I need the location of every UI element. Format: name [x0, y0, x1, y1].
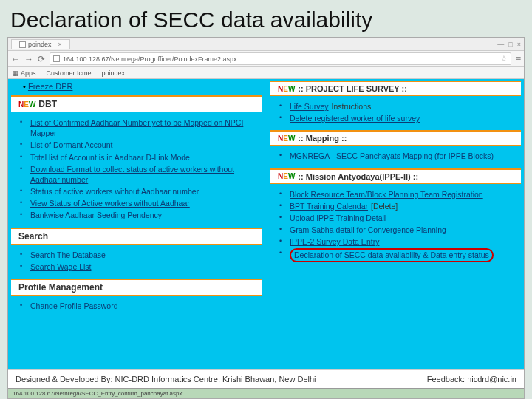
new-badge: NEW	[18, 100, 35, 109]
maximize-icon[interactable]: □	[508, 41, 512, 48]
menu-icon[interactable]: ≡	[516, 54, 521, 64]
section-header: Profile Management	[11, 279, 262, 296]
list-item: Block Resource Team/Block Planning Team …	[282, 188, 519, 200]
site-icon	[53, 55, 60, 62]
list-item: IPPE-2 Survey Data Entry	[282, 236, 519, 248]
list-item: Total list of Account is in Aadhaar D-Li…	[23, 151, 260, 163]
apps-shortcut[interactable]: ▦ Apps	[13, 69, 36, 77]
link-block: List of Confirmed Aadhaar Number yet to …	[8, 114, 265, 226]
list-item: Upload IPPE Training Detail	[282, 212, 519, 224]
section-title: :: Mission Antyodaya(IPPE-II) ::	[298, 172, 418, 181]
text: Total list of Account is in Aadhaar D-Li…	[30, 153, 190, 162]
list-item: Declaration of SECC data availability & …	[282, 248, 519, 262]
status-text: 164.100.128.67/Netnrega/SECC_Entry_confi…	[13, 390, 182, 397]
page-title: Declaration of SECC data availability	[0, 0, 532, 37]
address-bar[interactable]: ☆	[50, 52, 511, 65]
section-title: DBT	[38, 99, 57, 109]
text: Bankwise Aadhaar Seeding Pendency	[30, 211, 162, 219]
link[interactable]: BPT Training Calendar	[290, 202, 368, 211]
bookmark-item[interactable]: Customer Icme	[47, 69, 92, 77]
page-icon	[19, 41, 26, 48]
bookmarks-bar: ▦ Apps Customer Icme poindex	[8, 67, 524, 79]
extra-text: Instructions	[332, 102, 372, 111]
link[interactable]: Declaration of SECC data availability & …	[294, 250, 489, 259]
list-item: List of Dormant Account	[23, 139, 260, 151]
link-block: Block Resource Team/Block Planning Team …	[267, 185, 524, 267]
text: Change Profile Password	[30, 301, 117, 310]
forward-icon[interactable]: →	[24, 54, 33, 64]
highlighted-link[interactable]: Declaration of SECC data availability & …	[290, 248, 494, 262]
list-item: Status of active workers without Aadhaar…	[23, 185, 260, 197]
section-header: NEW:: PROJECT LIFE SURVEY ::	[270, 81, 521, 96]
list-item: Life SurveyInstructions	[282, 100, 519, 112]
browser-tab[interactable]: poindex ×	[11, 39, 70, 49]
list-item: View Status of Active workers without Aa…	[23, 197, 260, 209]
minimize-icon[interactable]: —	[497, 41, 504, 48]
reload-icon[interactable]: ⟳	[38, 54, 45, 64]
toolbar: ← → ⟳ ☆ ≡	[8, 51, 524, 67]
link[interactable]: Delete registered worker of life survey	[290, 114, 420, 123]
list-item: Delete registered worker of life survey	[282, 112, 519, 124]
close-window-icon[interactable]: ×	[517, 41, 521, 48]
new-badge: NEW	[278, 85, 295, 93]
link[interactable]: IPPE-2 Survey Data Entry	[290, 237, 379, 246]
link[interactable]: MGNREGA - SECC Panchayats Mapping (for I…	[290, 151, 494, 160]
link[interactable]: List of Confirmed Aadhaar Number yet to …	[30, 118, 243, 137]
list-item: Change Profile Password	[23, 300, 260, 312]
list-item: BPT Training Calendar[Delete]	[282, 200, 519, 212]
browser-window: poindex × — □ × ← → ⟳ ☆ ≡ ▦ Apps Custome…	[7, 37, 525, 399]
section-header: NEW:: Mapping ::	[270, 130, 521, 146]
list-item: Search Wage List	[23, 261, 260, 273]
section-title: :: PROJECT LIFE SURVEY ::	[298, 84, 407, 93]
page-footer: Designed & Developed By: NIC-DRD Informa…	[8, 369, 524, 388]
tab-label: poindex	[28, 41, 52, 48]
link-block: Change Profile Password	[8, 297, 265, 316]
list-item: Download Format to collect status of act…	[23, 163, 260, 185]
new-badge: NEW	[278, 172, 295, 180]
link[interactable]: List of Dormant Account	[30, 140, 112, 149]
section-header: Search	[11, 228, 262, 245]
link-block: Search The DatabaseSearch Wage List	[8, 246, 265, 277]
left-column: • Freeze DPR NEWDBTList of Confirmed Aad…	[8, 79, 265, 369]
freeze-dpr-link[interactable]: Freeze DPR	[28, 82, 73, 91]
bookmark-icon[interactable]: ☆	[500, 54, 508, 64]
right-column: NEW:: PROJECT LIFE SURVEY ::Life SurveyI…	[267, 79, 524, 369]
text: Status of active workers without Aadhaar…	[30, 187, 199, 196]
footer-feedback: Feedback: nicdrd@nic.in	[427, 375, 516, 383]
text: Gram Sabha detail for Convergence Planni…	[290, 225, 446, 234]
close-icon[interactable]: ×	[58, 41, 62, 48]
freeze-dpr-row: • Freeze DPR	[8, 79, 265, 94]
list-item: MGNREGA - SECC Panchayats Mapping (for I…	[282, 150, 519, 162]
link[interactable]: Life Survey	[290, 102, 329, 111]
link[interactable]: Block Resource Team/Block Planning Team …	[290, 190, 483, 199]
bookmark-item[interactable]: poindex	[102, 69, 126, 77]
list-item: Search The Database	[23, 249, 260, 261]
extra-text: [Delete]	[371, 202, 398, 211]
list-item: Bankwise Aadhaar Seeding Pendency	[23, 209, 260, 221]
link[interactable]: Download Format to collect status of act…	[30, 165, 234, 184]
section-title: :: Mapping ::	[298, 134, 347, 143]
url-input[interactable]	[63, 55, 497, 63]
list-item: Gram Sabha detail for Convergence Planni…	[282, 224, 519, 236]
link[interactable]: View Status of Active workers without Aa…	[30, 199, 190, 208]
list-item: List of Confirmed Aadhaar Number yet to …	[23, 117, 260, 139]
section-header: NEW:: Mission Antyodaya(IPPE-II) ::	[270, 168, 521, 184]
tab-bar: poindex × — □ ×	[8, 38, 524, 51]
status-bar: 164.100.128.67/Netnrega/SECC_Entry_confi…	[8, 388, 524, 398]
footer-credit: Designed & Developed By: NIC-DRD Informa…	[16, 375, 316, 383]
link[interactable]: Upload IPPE Training Detail	[290, 214, 386, 222]
new-badge: NEW	[278, 134, 295, 143]
section-title: Search	[18, 231, 48, 242]
section-header: NEWDBT	[11, 95, 262, 112]
back-icon[interactable]: ←	[11, 54, 20, 64]
link-block: MGNREGA - SECC Panchayats Mapping (for I…	[267, 147, 524, 166]
section-title: Profile Management	[18, 282, 103, 293]
link[interactable]: Search The Database	[30, 250, 106, 259]
link[interactable]: Search Wage List	[30, 262, 91, 271]
page-content: • Freeze DPR NEWDBTList of Confirmed Aad…	[8, 79, 524, 369]
link-block: Life SurveyInstructionsDelete registered…	[267, 98, 524, 129]
